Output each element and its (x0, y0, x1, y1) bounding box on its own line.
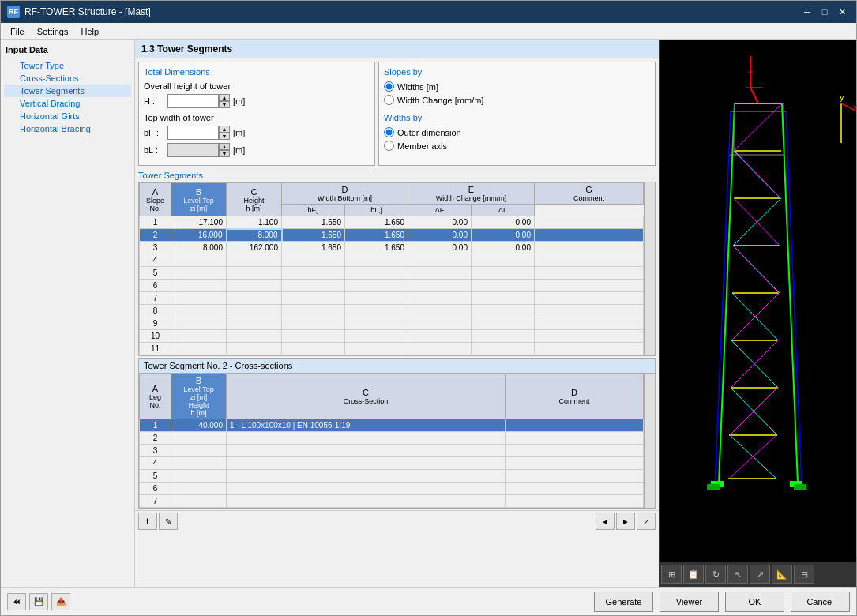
segment-row-6-cell-7[interactable] (535, 292, 644, 305)
viz-btn-3[interactable]: ↻ (705, 565, 726, 584)
segment-row-4-cell-6[interactable] (472, 267, 535, 280)
bf-spin-up[interactable]: ▲ (219, 126, 230, 133)
segment-row-8-cell-0[interactable]: 9 (140, 317, 171, 330)
sidebar-item-vertical-bracing[interactable]: Vertical Bracing (4, 97, 131, 110)
segment-row-0-cell-7[interactable] (535, 216, 644, 229)
segment-row-3-cell-7[interactable] (535, 254, 644, 267)
prev-button[interactable]: ◄ (596, 513, 615, 530)
segment-row-1[interactable]: 216.0008.0001.6501.6500.000.00 (140, 229, 644, 242)
cross-sections-scroll[interactable]: A Leg No. B Level Top zi [m] Height (139, 374, 644, 508)
cs-row-5-cell-2[interactable] (227, 483, 506, 495)
segment-row-1-cell-5[interactable]: 0.00 (408, 229, 472, 242)
sidebar-item-cross-sections[interactable]: Cross-Sections (4, 72, 131, 85)
segment-row-4-cell-2[interactable] (227, 267, 282, 280)
segment-row-2[interactable]: 38.000162.0001.6501.6500.000.00 (140, 242, 644, 254)
segment-row-3-cell-5[interactable] (408, 254, 472, 267)
bf-spinner[interactable]: 1.650 ▲ ▼ (167, 126, 230, 140)
cs-row-1-cell-2[interactable] (227, 432, 506, 445)
cs-row-5-cell-0[interactable]: 6 (140, 483, 171, 495)
cs-row-1-cell-1[interactable] (171, 432, 227, 445)
segment-row-6-cell-3[interactable] (282, 292, 345, 305)
bottom-btn-save[interactable]: 💾 (29, 593, 48, 610)
segment-row-1-cell-7[interactable] (535, 229, 644, 242)
segment-row-2-cell-4[interactable]: 1.650 (345, 242, 408, 254)
segment-row-10-cell-3[interactable] (282, 343, 345, 355)
segment-row-3-cell-6[interactable] (472, 254, 535, 267)
height-spin-up[interactable]: ▲ (219, 94, 230, 101)
widths-outer-radio[interactable] (384, 127, 394, 137)
segment-row-0-cell-4[interactable]: 1.650 (345, 216, 408, 229)
segment-row-7-cell-1[interactable] (171, 305, 227, 317)
segment-row-2-cell-6[interactable]: 0.00 (472, 242, 535, 254)
segment-row-2-cell-2[interactable]: 162.000 (227, 242, 282, 254)
segment-row-10-cell-4[interactable] (345, 343, 408, 355)
cs-row-3[interactable]: 4 (140, 457, 644, 470)
segment-row-2-cell-5[interactable]: 0.00 (408, 242, 472, 254)
cs-row-3-cell-2[interactable] (227, 457, 506, 470)
segment-row-8[interactable]: 9 (140, 317, 644, 330)
segment-row-7-cell-7[interactable] (535, 305, 644, 317)
segment-row-0-cell-0[interactable]: 1 (140, 216, 171, 229)
ok-button[interactable]: OK (725, 592, 784, 612)
segment-row-1-cell-0[interactable]: 2 (140, 229, 171, 242)
segment-row-9-cell-7[interactable] (535, 330, 644, 343)
segment-row-6-cell-4[interactable] (345, 292, 408, 305)
segment-row-1-cell-4[interactable]: 1.650 (345, 229, 408, 242)
cs-row-2-cell-0[interactable]: 3 (140, 445, 171, 457)
segment-row-8-cell-3[interactable] (282, 317, 345, 330)
segment-row-6-cell-0[interactable]: 7 (140, 292, 171, 305)
height-spinner[interactable]: 17.100 ▲ ▼ (167, 94, 230, 108)
segment-row-5-cell-1[interactable] (171, 280, 227, 292)
cs-row-1[interactable]: 2 (140, 432, 644, 445)
segment-row-9[interactable]: 10 (140, 330, 644, 343)
widths-outer-option[interactable]: Outer dimension (384, 127, 650, 137)
cs-row-6-cell-3[interactable] (505, 495, 643, 508)
segment-row-9-cell-5[interactable] (408, 330, 472, 343)
segment-row-5[interactable]: 6 (140, 280, 644, 292)
cancel-button[interactable]: Cancel (791, 592, 850, 612)
segment-row-0[interactable]: 117.1001.1001.6501.6500.000.00 (140, 216, 644, 229)
segment-row-3[interactable]: 4 (140, 254, 644, 267)
cs-row-2-cell-3[interactable] (505, 445, 643, 457)
viz-btn-2[interactable]: 📋 (683, 565, 704, 584)
slopes-widths-radio[interactable] (384, 81, 394, 92)
segment-row-9-cell-4[interactable] (345, 330, 408, 343)
segment-row-4-cell-5[interactable] (408, 267, 472, 280)
cs-row-3-cell-1[interactable] (171, 457, 227, 470)
cs-row-5-cell-1[interactable] (171, 483, 227, 495)
widths-member-option[interactable]: Member axis (384, 141, 650, 151)
segment-row-10-cell-5[interactable] (408, 343, 472, 355)
viz-btn-6[interactable]: 📐 (772, 565, 792, 584)
segment-row-6-cell-5[interactable] (408, 292, 472, 305)
segment-row-2-cell-7[interactable] (535, 242, 644, 254)
widths-member-radio[interactable] (384, 141, 394, 151)
segment-row-3-cell-2[interactable] (227, 254, 282, 267)
bl-spinner[interactable]: 1.650 ▲ ▼ (167, 143, 230, 157)
height-input[interactable]: 17.100 (167, 94, 219, 108)
cs-row-1-cell-3[interactable] (505, 432, 643, 445)
cs-row-4-cell-1[interactable] (171, 470, 227, 483)
segment-row-3-cell-4[interactable] (345, 254, 408, 267)
bl-spin-up[interactable]: ▲ (219, 143, 230, 150)
segment-row-3-cell-3[interactable] (282, 254, 345, 267)
bf-spin-down[interactable]: ▼ (219, 133, 230, 140)
segment-row-10-cell-1[interactable] (171, 343, 227, 355)
segment-row-5-cell-7[interactable] (535, 280, 644, 292)
sidebar-item-tower-type[interactable]: Tower Type (4, 59, 131, 72)
viz-btn-1[interactable]: ⊞ (661, 565, 682, 584)
segment-row-10-cell-7[interactable] (535, 343, 644, 355)
cs-row-4[interactable]: 5 (140, 470, 644, 483)
segment-row-8-cell-4[interactable] (345, 317, 408, 330)
cs-row-2-cell-2[interactable] (227, 445, 506, 457)
segment-row-0-cell-1[interactable]: 17.100 (171, 216, 227, 229)
segment-row-10-cell-2[interactable] (227, 343, 282, 355)
cs-row-6-cell-2[interactable] (227, 495, 506, 508)
segment-row-7-cell-0[interactable]: 8 (140, 305, 171, 317)
cs-row-4-cell-2[interactable] (227, 470, 506, 483)
segment-row-5-cell-4[interactable] (345, 280, 408, 292)
viewer-button[interactable]: Viewer (660, 592, 719, 612)
bf-input[interactable]: 1.650 (167, 126, 219, 140)
cs-row-2-cell-1[interactable] (171, 445, 227, 457)
segment-row-2-cell-3[interactable]: 1.650 (282, 242, 345, 254)
segment-row-9-cell-6[interactable] (472, 330, 535, 343)
